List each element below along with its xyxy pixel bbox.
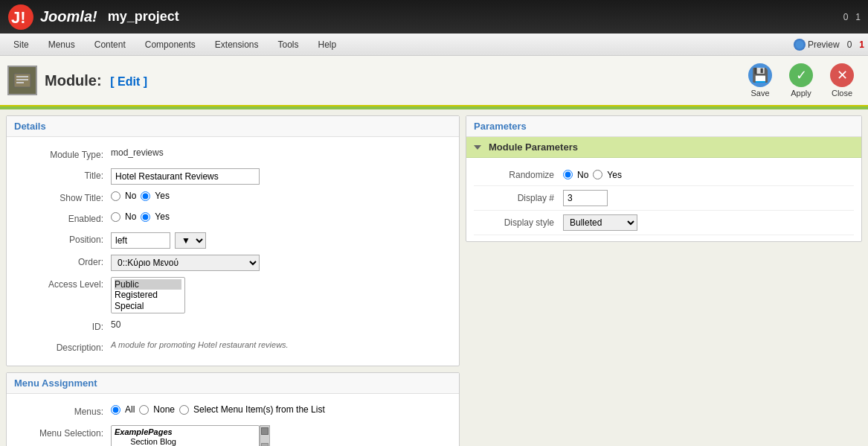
parameters-legend: Parameters	[466, 116, 861, 137]
access-level-value: Public Registered Special	[111, 277, 451, 313]
nav-content[interactable]: Content	[85, 36, 135, 54]
scrollbar-track[interactable]	[260, 425, 270, 446]
nav-components[interactable]: Components	[135, 36, 205, 54]
access-level-select[interactable]: Public Registered Special	[111, 277, 185, 313]
module-type-text: mod_reviews	[111, 147, 164, 158]
details-fieldset: Details Module Type: mod_reviews Title: …	[6, 115, 460, 366]
main-content: Details Module Type: mod_reviews Title: …	[0, 109, 868, 446]
position-dropdown[interactable]: ▼	[175, 232, 206, 249]
nav-site[interactable]: Site	[4, 36, 39, 54]
top-bar-count1: 0	[843, 12, 849, 22]
right-panel: Parameters Module Parameters Randomize N…	[466, 115, 862, 446]
access-level-label: Access Level:	[14, 277, 111, 290]
display-num-label: Display #	[474, 193, 563, 203]
show-title-value: No Yes	[111, 191, 451, 201]
order-value: 0::Κύριο Μενού	[111, 255, 451, 271]
display-num-input[interactable]	[563, 190, 608, 206]
show-title-label: Show Title:	[14, 191, 111, 203]
nav-extensions[interactable]: Extensions	[205, 36, 269, 54]
page-title: Module: [ Edit ]	[45, 72, 147, 89]
joomla-flame-icon: J!	[7, 4, 34, 31]
display-style-label: Display style	[474, 217, 563, 228]
display-num-value	[563, 190, 854, 206]
position-input[interactable]	[111, 232, 170, 249]
save-button[interactable]: 💾 Save	[742, 62, 779, 99]
module-icon	[7, 66, 37, 95]
scrollbar-up[interactable]	[261, 427, 269, 435]
apply-button[interactable]: ✓ Apply	[782, 62, 820, 99]
module-type-label: Module Type:	[14, 147, 111, 160]
enabled-no-label: No	[125, 211, 136, 222]
param-rows: Randomize No Yes Display # Display	[466, 158, 861, 241]
order-select[interactable]: 0::Κύριο Μενού	[111, 255, 260, 271]
svg-rect-3	[16, 76, 28, 77]
preview-button[interactable]: Preview	[794, 39, 840, 51]
globe-icon	[794, 39, 806, 51]
enabled-yes-radio[interactable]	[141, 212, 150, 222]
menus-select-label: Select Menu Item(s) from the List	[193, 404, 325, 415]
close-button[interactable]: ✕ Close	[823, 62, 861, 99]
joomla-logo: J! Joomla! my_project	[7, 4, 179, 31]
scrollbar-thumb[interactable]	[261, 443, 269, 446]
top-bar-right: 0 1	[843, 12, 861, 22]
close-icon: ✕	[830, 63, 854, 87]
menu-assignment-legend: Menu Assignment	[7, 373, 459, 394]
display-style-row: Display style Bulleted Numbered Plain	[474, 211, 854, 235]
menu-group-example: ExamplePages	[115, 427, 256, 437]
menus-none-label: None	[153, 404, 175, 415]
edit-link[interactable]: [ Edit ]	[110, 75, 147, 88]
nav-right: Preview 0 1	[794, 39, 864, 51]
apply-icon: ✓	[789, 63, 813, 87]
show-title-yes-radio[interactable]	[141, 191, 150, 201]
menu-selection-value: ExamplePages Section Blog Section Table …	[111, 425, 451, 446]
title-input[interactable]	[111, 168, 260, 185]
toolbar-title-area: Module: [ Edit ]	[7, 66, 742, 95]
id-text: 50	[111, 319, 120, 330]
chevron-down-icon	[474, 145, 481, 150]
position-row: Position: ▼	[14, 229, 451, 252]
close-label: Close	[832, 89, 852, 98]
description-text: A module for promoting Hotel restaurant …	[111, 340, 289, 349]
enabled-no-radio[interactable]	[111, 212, 120, 222]
position-value: ▼	[111, 232, 451, 249]
title-value	[111, 168, 451, 185]
nav-help[interactable]: Help	[309, 36, 347, 54]
menus-all-label: All	[125, 404, 135, 415]
module-params-header: Module Parameters	[466, 137, 861, 158]
show-title-no-radio[interactable]	[111, 191, 120, 201]
parameters-fieldset: Parameters Module Parameters Randomize N…	[466, 115, 862, 242]
save-icon: 💾	[748, 63, 772, 87]
module-params-label: Module Parameters	[489, 141, 578, 153]
display-num-row: Display #	[474, 186, 854, 211]
module-type-row: Module Type: mod_reviews	[14, 144, 451, 165]
id-row: ID: 50	[14, 316, 451, 337]
randomize-yes-radio[interactable]	[593, 170, 602, 179]
menus-value: All None Select Menu Item(s) from the Li…	[111, 404, 451, 415]
module-type-value: mod_reviews	[111, 147, 451, 158]
display-style-select[interactable]: Bulleted Numbered Plain	[563, 214, 637, 231]
menus-all-radio[interactable]	[111, 405, 120, 415]
menus-none-radio[interactable]	[139, 405, 149, 415]
details-legend: Details	[7, 116, 459, 137]
menu-selection-list[interactable]: ExamplePages Section Blog Section Table …	[111, 425, 260, 446]
joomla-brand-text: Joomla!	[40, 8, 97, 25]
enabled-value: No Yes	[111, 211, 451, 222]
svg-text:J!: J!	[11, 8, 26, 27]
menu-assignment-content: Menus: All None Select Menu Item(s) from…	[7, 394, 459, 446]
randomize-no-radio[interactable]	[563, 170, 573, 179]
enabled-label: Enabled:	[14, 211, 111, 224]
enabled-yes-label: Yes	[155, 211, 170, 222]
access-special: Special	[115, 301, 181, 311]
module-icon-svg	[12, 70, 33, 91]
menu-selection-label: Menu Selection:	[14, 425, 111, 439]
top-bar-count2: 1	[855, 12, 861, 22]
menus-select-radio[interactable]	[179, 405, 189, 415]
toolbar: Module: [ Edit ] 💾 Save ✓ Apply ✕ Close	[0, 56, 868, 106]
access-registered: Registered	[115, 290, 181, 300]
display-style-value: Bulleted Numbered Plain	[563, 214, 854, 231]
project-name: my_project	[108, 9, 179, 25]
title-row: Title:	[14, 165, 451, 188]
nav-tools[interactable]: Tools	[269, 36, 309, 54]
nav-menus[interactable]: Menus	[39, 36, 85, 54]
menus-row: Menus: All None Select Menu Item(s) from…	[14, 401, 451, 422]
